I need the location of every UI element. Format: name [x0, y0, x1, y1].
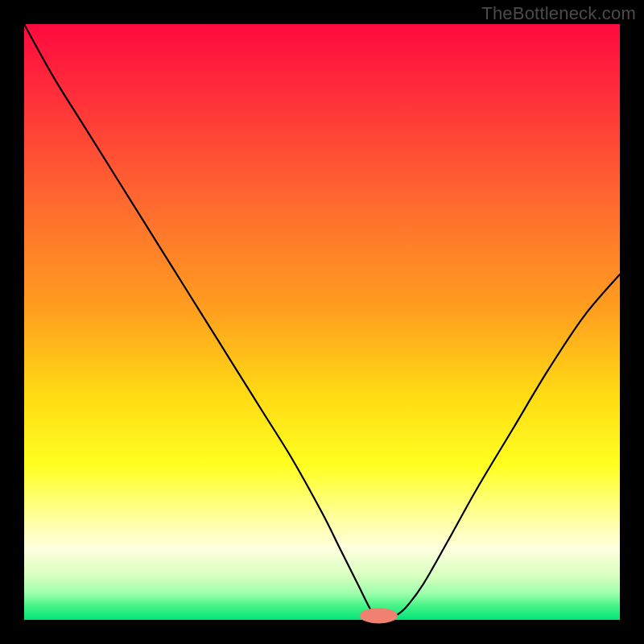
- watermark-text: TheBottleneck.com: [481, 3, 636, 24]
- optimal-marker: [360, 608, 398, 623]
- bottleneck-chart: [0, 0, 644, 644]
- chart-container: TheBottleneck.com: [0, 0, 644, 644]
- plot-area: [24, 24, 620, 620]
